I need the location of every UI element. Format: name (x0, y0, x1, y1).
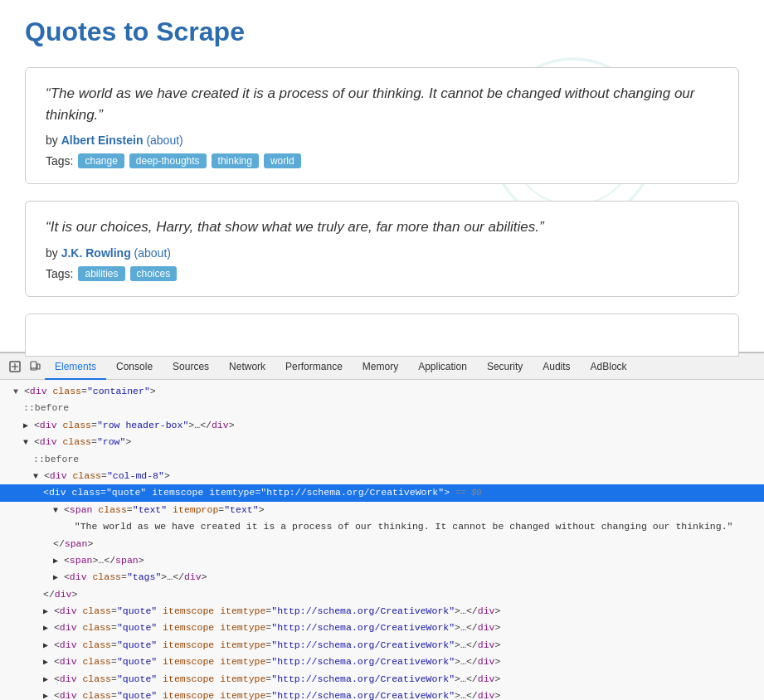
svg-rect-9 (37, 364, 40, 369)
tab-performance[interactable]: Performance (275, 353, 353, 380)
dom-line: ▼ <span class="text" itemprop="text"> (0, 502, 764, 518)
devtools-panel: Elements Console Sources Network Perform… (0, 352, 764, 700)
dom-line: ::before (0, 451, 764, 468)
quote-card-1: “The world as we have created it is a pr… (25, 67, 739, 184)
tab-console[interactable]: Console (106, 353, 163, 380)
quote-author-line-2: by J.K. Rowling (about) (46, 246, 718, 260)
tab-adblock[interactable]: AdBlock (581, 353, 637, 380)
tag-world[interactable]: world (264, 153, 301, 168)
tag-abilities[interactable]: abilities (78, 266, 124, 281)
quote-author-line-1: by Albert Einstein (about) (46, 134, 718, 147)
author-link-2[interactable]: J.K. Rowling (61, 246, 131, 260)
devtools-inspect-icon[interactable] (5, 355, 25, 378)
devtools-device-icon[interactable] (25, 355, 45, 378)
dom-line-highlighted[interactable]: <div class="quote" itemscope itemtype="h… (0, 484, 764, 501)
tab-security[interactable]: Security (477, 353, 533, 380)
dom-line: ::before (0, 400, 764, 416)
quote-card-partial (25, 314, 739, 357)
dom-line: ▶ <div class="quote" itemscope itemtype=… (0, 637, 764, 654)
quote-text-2: “It is our choices, Harry, that show wha… (46, 216, 718, 238)
dom-line: </div> (0, 586, 764, 603)
quote-tags-1: Tags: change deep-thoughts thinking worl… (46, 153, 718, 168)
dom-line: </span> (0, 536, 764, 552)
tab-application[interactable]: Application (408, 353, 477, 380)
tag-thinking[interactable]: thinking (212, 153, 259, 168)
devtools-toolbar: Elements Console Sources Network Perform… (0, 353, 764, 380)
dom-line: ▶ <div class="row header-box">…</div> (0, 417, 764, 434)
tags-label-2: Tags: (46, 267, 73, 280)
tag-deep-thoughts[interactable]: deep-thoughts (129, 153, 207, 168)
tab-network[interactable]: Network (219, 353, 275, 380)
dom-panel: ▼ <div class="container"> ::before ▶ <di… (0, 380, 764, 700)
quote-tags-2: Tags: abilities choices (46, 266, 718, 281)
tags-label-1: Tags: (46, 154, 73, 168)
dom-line: ▶ <div class="quote" itemscope itemtype=… (0, 654, 764, 670)
page-title: Quotes to Scrape (25, 17, 739, 47)
dom-line: ▶ <div class="quote" itemscope itemtype=… (0, 603, 764, 620)
dom-line: ▼ <div class="container"> (0, 383, 764, 400)
quote-card-2: “It is our choices, Harry, that show wha… (25, 201, 739, 297)
tag-choices[interactable]: choices (130, 266, 178, 281)
dom-line: ▶ <span>…</span> (0, 552, 764, 569)
tab-elements[interactable]: Elements (45, 353, 106, 380)
dom-line: ▼ <div class="col-md-8"> (0, 468, 764, 484)
dom-line: ▶ <div class="quote" itemscope itemtype=… (0, 620, 764, 636)
tab-memory[interactable]: Memory (353, 353, 408, 380)
dom-line: ▼ <div class="row"> (0, 434, 764, 450)
about-link-2[interactable]: (about) (134, 246, 171, 260)
tab-audits[interactable]: Audits (533, 353, 580, 380)
dom-line: ▶ <div class="quote" itemscope itemtype=… (0, 688, 764, 700)
dom-line: ▶ <div class="tags">…</div> (0, 569, 764, 586)
quote-text-1: “The world as we have created it is a pr… (46, 83, 718, 125)
author-link-1[interactable]: Albert Einstein (61, 134, 144, 147)
tab-sources[interactable]: Sources (163, 353, 219, 380)
about-link-1[interactable]: (about) (146, 134, 182, 147)
dom-line: "The world as we have created it is a pr… (0, 518, 764, 535)
dom-line: ▶ <div class="quote" itemscope itemtype=… (0, 671, 764, 688)
tag-change[interactable]: change (78, 153, 124, 168)
